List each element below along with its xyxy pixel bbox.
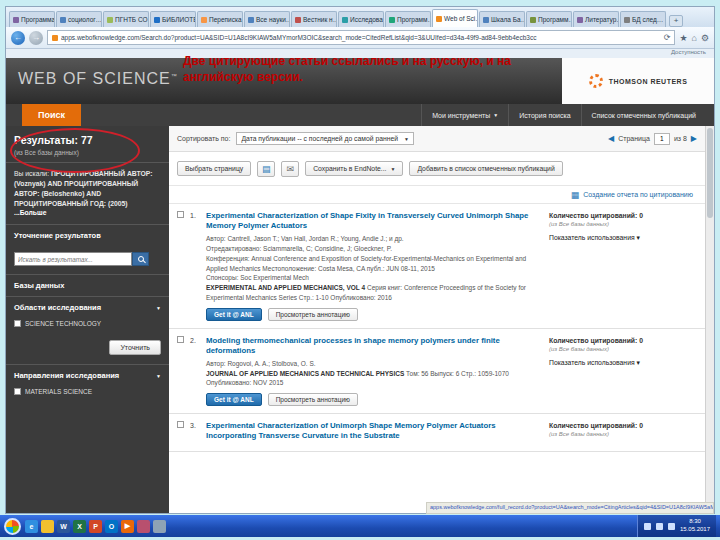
times-cited[interactable]: Количество цитирований: 0: [549, 212, 697, 219]
powerpoint-icon[interactable]: P: [89, 520, 102, 533]
tray-network-icon[interactable]: [644, 523, 651, 530]
tab-label: Программ…: [538, 16, 572, 23]
science-technology-checkbox[interactable]: [14, 320, 21, 327]
paint-icon[interactable]: [137, 520, 150, 533]
times-cited[interactable]: Количество цитирований: 0: [549, 337, 697, 344]
os-taskbar: eWXPO▶ 8:30 15.05.2017: [0, 515, 720, 537]
internet-explorer-icon[interactable]: e: [25, 520, 38, 533]
search-within-input[interactable]: [14, 252, 132, 266]
usage-count-link[interactable]: Показатель использования ▾: [549, 359, 697, 367]
nav-marked-list[interactable]: Список отмеченных публикаций: [581, 104, 706, 126]
databases-label: Базы данных: [14, 281, 64, 290]
citation-report-link[interactable]: Создание отчета по цитированию: [583, 191, 693, 198]
tab-label: БД след…: [632, 16, 663, 23]
back-button[interactable]: ←: [11, 31, 25, 45]
media-player-icon[interactable]: ▶: [121, 520, 134, 533]
browser-tab[interactable]: Литератур…: [573, 11, 619, 27]
url-text: apps.webofknowledge.com/Search.do?produc…: [61, 34, 536, 41]
tab-label: Программ…: [397, 16, 431, 23]
browser-tab[interactable]: БД след…: [620, 11, 666, 27]
start-button[interactable]: [4, 518, 21, 535]
tab-label: Шкала Ба…: [491, 16, 525, 23]
more-link[interactable]: ...Больше: [14, 209, 46, 216]
next-page-icon[interactable]: ▶: [691, 134, 697, 143]
tab-label: ПГНТБ СО…: [115, 16, 149, 23]
tray-volume-icon[interactable]: [656, 523, 663, 530]
browser-tab[interactable]: ПГНТБ СО…: [103, 11, 149, 27]
new-tab-button[interactable]: +: [669, 15, 683, 27]
result-authors: Автор: Cantrell, Jason T.; Van Hall, Jor…: [206, 234, 537, 244]
view-abstract-button[interactable]: Просмотреть аннотацию: [268, 308, 358, 321]
info-hint-text[interactable]: Доступность: [671, 49, 706, 55]
browser-tab[interactable]: Web of Sci…: [432, 9, 478, 27]
explorer-icon[interactable]: [41, 520, 54, 533]
browser-tab[interactable]: Исследова…: [338, 11, 384, 27]
sort-bar: Сортировать по: Дата публикации -- с пос…: [169, 126, 705, 152]
system-tray: 8:30 15.05.2017: [637, 515, 716, 537]
taskbar-clock[interactable]: 8:30 15.05.2017: [680, 518, 710, 534]
times-cited[interactable]: Количество цитирований: 0: [549, 422, 697, 429]
section-research-domains[interactable]: Направления исследования ▼: [6, 364, 169, 386]
nav-my-tools[interactable]: Мои инструменты ▼: [421, 104, 508, 126]
sort-select[interactable]: Дата публикации -- с последней до самой …: [236, 132, 414, 145]
browser-address-bar: ← → apps.webofknowledge.com/Search.do?pr…: [6, 27, 714, 49]
notepad-icon[interactable]: [153, 520, 166, 533]
url-field[interactable]: apps.webofknowledge.com/Search.do?produc…: [47, 30, 675, 45]
page-of-label: из 8: [674, 135, 687, 142]
browser-tab[interactable]: Переписка…: [197, 11, 243, 27]
outlook-icon[interactable]: O: [105, 520, 118, 533]
export-button[interactable]: ▤: [257, 161, 275, 177]
result-checkbox[interactable]: [177, 211, 184, 218]
forward-button[interactable]: →: [29, 31, 43, 45]
view-abstract-button[interactable]: Просмотреть аннотацию: [268, 393, 358, 406]
nav-tab-search[interactable]: Поиск: [22, 104, 81, 126]
refresh-icon[interactable]: ⟳: [664, 33, 671, 42]
result-title-link[interactable]: Experimental Characterization of Unimorp…: [206, 421, 537, 441]
browser-tab[interactable]: БИБЛИОТЕ…: [150, 11, 196, 27]
result-checkbox[interactable]: [177, 421, 184, 428]
browser-tab[interactable]: социолог…: [56, 11, 102, 27]
prev-page-icon[interactable]: ◀: [608, 134, 614, 143]
section-research-areas[interactable]: Области исследования ▼: [6, 296, 169, 318]
browser-tab[interactable]: Все науки…: [244, 11, 290, 27]
settings-gear-icon[interactable]: ⚙: [701, 33, 709, 43]
section-databases[interactable]: Базы данных: [6, 274, 169, 296]
tray-antivirus-icon[interactable]: [668, 523, 675, 530]
result-checkbox[interactable]: [177, 336, 184, 343]
result-title-link[interactable]: Experimental Characterization of Shape F…: [206, 211, 537, 231]
email-button[interactable]: ✉: [281, 161, 299, 177]
browser-tab[interactable]: Программ…: [385, 11, 431, 27]
browser-tab[interactable]: Программ…: [526, 11, 572, 27]
refine-sidebar: Результаты: 77 (из Все базы данных) Вы и…: [6, 126, 169, 513]
tab-favicon: [624, 17, 630, 23]
save-endnote-button[interactable]: Сохранить в EndNote... ▼: [305, 161, 403, 176]
browser-tab[interactable]: Вестник н…: [291, 11, 337, 27]
result-title-link[interactable]: Modeling thermomechanical processes in s…: [206, 336, 537, 356]
excel-icon[interactable]: X: [73, 520, 86, 533]
page-number-input[interactable]: [654, 133, 670, 145]
tab-favicon: [295, 17, 301, 23]
refine-button[interactable]: Уточнить: [109, 340, 161, 355]
tab-favicon: [577, 17, 583, 23]
get-it-button[interactable]: Get it @ ANL: [206, 308, 262, 321]
materials-science-label: MATERIALS SCIENCE: [25, 388, 92, 395]
materials-science-checkbox[interactable]: [14, 388, 21, 395]
search-within-button[interactable]: [132, 252, 149, 266]
nav-search-history[interactable]: История поиска: [508, 104, 580, 126]
usage-count-link[interactable]: Показатель использования ▾: [549, 234, 697, 242]
research-domains-label: Направления исследования: [14, 371, 119, 380]
select-page-button[interactable]: Выбрать страницу: [177, 161, 251, 176]
home-icon[interactable]: ⌂: [691, 33, 696, 43]
results-content: Сортировать по: Дата публикации -- с пос…: [169, 126, 705, 513]
favorites-star-icon[interactable]: ★: [679, 33, 687, 43]
browser-tab[interactable]: Шкала Ба…: [479, 11, 525, 27]
get-it-button[interactable]: Get it @ ANL: [206, 393, 262, 406]
word-icon[interactable]: W: [57, 520, 70, 533]
page-scrollbar[interactable]: [705, 126, 714, 513]
browser-tab-strip: Программа…социолог…ПГНТБ СО…БИБЛИОТЕ…Пер…: [6, 7, 714, 27]
add-to-marked-list-button[interactable]: Добавить в список отмеченных публикаций: [409, 161, 562, 176]
result-main: Experimental Characterization of Unimorp…: [206, 421, 543, 444]
scrollbar-thumb[interactable]: [707, 128, 713, 218]
result-source-title: JOURNAL OF APPLIED MECHANICS AND TECHNIC…: [206, 370, 404, 377]
browser-tab[interactable]: Программа…: [9, 11, 55, 27]
